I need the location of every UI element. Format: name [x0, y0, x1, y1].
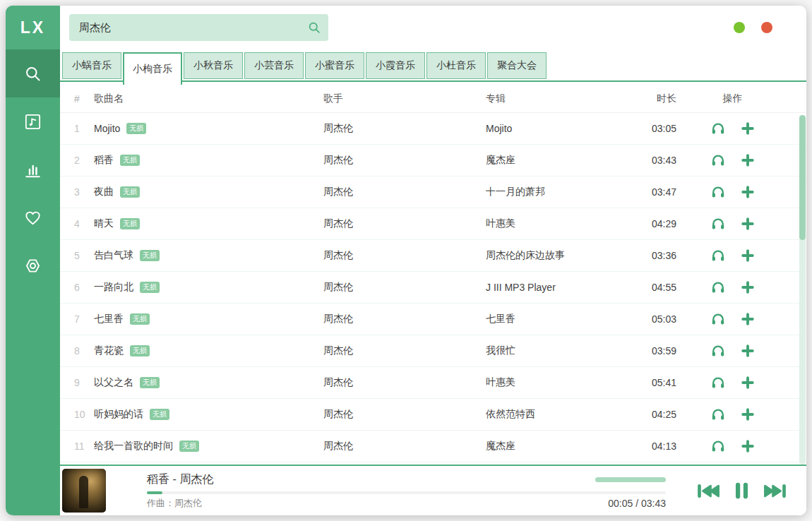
search-box[interactable] [69, 14, 328, 41]
source-tab[interactable]: 小枸音乐 [123, 52, 182, 85]
scrollbar-track[interactable] [799, 115, 806, 465]
row-index: 10 [74, 409, 94, 420]
quality-badge: 无损 [120, 155, 140, 166]
table-row[interactable]: 5 告白气球 无损 周杰伦 周杰伦的床边故事 03:36 [60, 240, 806, 272]
headphone-icon[interactable] [710, 407, 726, 422]
song-name-cell: 一路向北 无损 [94, 281, 323, 294]
app-window: LX [6, 6, 806, 515]
source-tab[interactable]: 小杜音乐 [426, 52, 486, 79]
duration-cell: 05:03 [638, 313, 676, 325]
source-tab[interactable]: 小蜜音乐 [305, 52, 364, 79]
headphone-icon[interactable] [710, 343, 726, 359]
plus-icon[interactable] [740, 343, 756, 359]
row-actions [676, 407, 789, 422]
song-name-cell: 告白气球 无损 [94, 249, 323, 262]
plus-icon[interactable] [740, 184, 756, 200]
quality-badge: 无损 [140, 250, 160, 261]
plus-icon[interactable] [740, 438, 756, 454]
close-dot[interactable] [761, 22, 772, 33]
sidebar-item-favorites[interactable] [6, 193, 60, 241]
song-title: 稻香 [94, 154, 114, 167]
headphone-icon[interactable] [710, 184, 726, 200]
desktop-stage: LX [0, 0, 812, 521]
table-row[interactable]: 4 晴天 无损 周杰伦 叶惠美 04:29 [60, 208, 806, 240]
table-row[interactable]: 9 以父之名 无损 周杰伦 叶惠美 05:41 [60, 367, 806, 399]
next-icon[interactable] [762, 479, 789, 503]
song-name-cell: 七里香 无损 [94, 313, 323, 325]
sidebar-item-settings[interactable] [6, 241, 60, 289]
headphone-icon[interactable] [710, 121, 726, 136]
source-tab[interactable]: 小蜗音乐 [62, 52, 121, 79]
song-title: 青花瓷 [94, 345, 124, 357]
source-tab[interactable]: 小芸音乐 [244, 52, 304, 79]
progress-fill [147, 491, 162, 494]
sidebar-item-search[interactable] [6, 49, 60, 97]
headphone-icon[interactable] [710, 280, 726, 295]
main-area: 小蜗音乐 小枸音乐 小秋音乐 小芸音乐 小蜜音乐 小霞音乐 小杜音乐 聚合大会 [60, 6, 806, 515]
plus-icon[interactable] [740, 248, 756, 263]
row-actions [676, 343, 789, 359]
search-icon[interactable] [307, 20, 321, 35]
quality-badge: 无损 [140, 282, 160, 293]
minimize-dot[interactable] [734, 22, 745, 33]
progress-bar[interactable] [147, 491, 666, 494]
song-title: 七里香 [94, 313, 124, 325]
row-index: 8 [74, 345, 94, 357]
plus-icon[interactable] [740, 121, 756, 136]
header-duration: 时长 [638, 92, 676, 105]
table-row[interactable]: 10 听妈妈的话 无损 周杰伦 依然范特西 04:25 [60, 399, 806, 431]
music-list-icon [23, 112, 42, 131]
song-name-cell: 晴天 无损 [94, 217, 323, 230]
row-index: 2 [74, 155, 94, 166]
song-title: 夜曲 [94, 186, 114, 198]
table-row[interactable]: 3 夜曲 无损 周杰伦 十一月的萧邦 03:47 [60, 176, 806, 208]
volume-slider[interactable] [595, 477, 666, 482]
source-tab[interactable]: 聚合大会 [487, 52, 547, 79]
plus-icon[interactable] [740, 152, 756, 168]
scrollbar-thumb[interactable] [799, 115, 806, 240]
source-tab[interactable]: 小霞音乐 [366, 52, 425, 79]
heart-icon [23, 208, 42, 227]
song-name-cell: 以父之名 无损 [94, 376, 323, 389]
table-row[interactable]: 7 七里香 无损 周杰伦 七里香 05:03 [60, 304, 806, 335]
quality-badge: 无损 [130, 313, 150, 325]
previous-icon[interactable] [695, 479, 722, 503]
header-index: # [74, 93, 94, 104]
plus-icon[interactable] [740, 375, 756, 390]
search-input[interactable] [79, 22, 307, 34]
sidebar-item-my-music[interactable] [6, 97, 60, 145]
headphone-icon[interactable] [710, 375, 726, 390]
headphone-icon[interactable] [710, 216, 726, 232]
album-art[interactable] [62, 469, 106, 513]
song-name-cell: 稻香 无损 [94, 154, 323, 167]
singer-cell: 周杰伦 [323, 376, 486, 389]
sidebar-item-leaderboard[interactable] [6, 145, 60, 193]
table-row[interactable]: 6 一路向北 无损 周杰伦 J III MP3 Player 04:55 [60, 272, 806, 304]
quality-badge: 无损 [120, 186, 140, 198]
song-title: 一路向北 [94, 281, 133, 294]
album-cell: 叶惠美 [486, 217, 638, 230]
settings-icon [23, 256, 42, 275]
singer-cell: 周杰伦 [323, 345, 486, 357]
table-row[interactable]: 1 Mojito 无损 周杰伦 Mojito 03:05 [60, 113, 806, 145]
plus-icon[interactable] [740, 311, 756, 327]
headphone-icon[interactable] [710, 438, 726, 454]
headphone-icon[interactable] [710, 152, 726, 168]
singer-cell: 周杰伦 [323, 154, 486, 167]
headphone-icon[interactable] [710, 248, 726, 263]
singer-cell: 周杰伦 [323, 122, 486, 135]
duration-cell: 04:13 [638, 441, 676, 452]
header-song-name: 歌曲名 [94, 92, 323, 105]
song-title: 给我一首歌的时间 [94, 440, 173, 453]
pause-icon[interactable] [731, 478, 753, 503]
plus-icon[interactable] [740, 280, 756, 295]
source-tab[interactable]: 小秋音乐 [184, 52, 243, 79]
row-actions [676, 216, 789, 232]
song-name-cell: 听妈妈的话 无损 [94, 408, 323, 421]
table-row[interactable]: 11 给我一首歌的时间 无损 周杰伦 魔杰座 04:13 [60, 431, 806, 462]
table-row[interactable]: 8 青花瓷 无损 周杰伦 我很忙 03:59 [60, 335, 806, 367]
table-row[interactable]: 2 稻香 无损 周杰伦 魔杰座 03:43 [60, 145, 806, 176]
plus-icon[interactable] [740, 407, 756, 422]
headphone-icon[interactable] [710, 311, 726, 327]
plus-icon[interactable] [740, 216, 756, 232]
